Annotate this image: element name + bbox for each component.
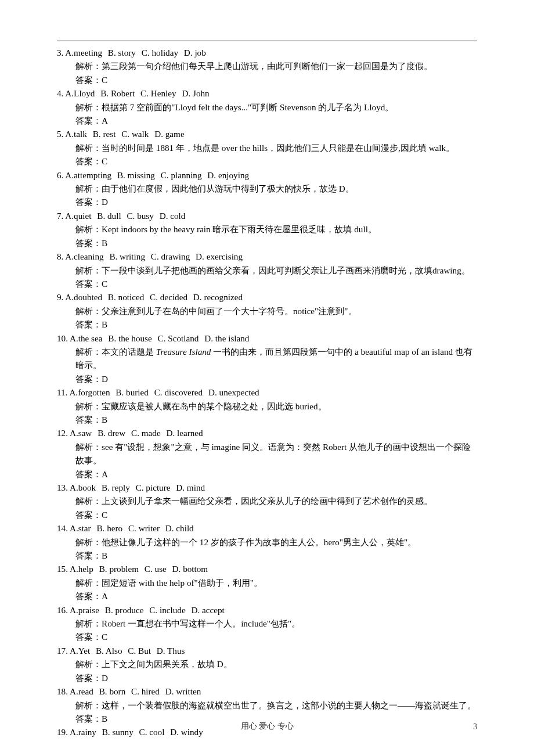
option: A.book xyxy=(70,483,96,492)
page-footer: 用心 爱心 专心 xyxy=(0,721,534,732)
option: A.saw xyxy=(70,428,92,438)
option: D. game xyxy=(154,129,184,139)
option: B. Also xyxy=(96,646,122,656)
explanation-text: 解析：由于他们在度假，因此他们从游玩中得到了极大的快乐，故选 D。 xyxy=(57,182,477,195)
question-number: 6. xyxy=(57,170,63,180)
question-options-line: 9. A.doubted B. noticed C. decided D. re… xyxy=(57,290,477,304)
option: C. Henley xyxy=(140,88,176,98)
option: C. discovered xyxy=(154,387,203,397)
question-number: 10. xyxy=(57,333,68,343)
option: C. drawing xyxy=(151,251,190,261)
option: C. busy xyxy=(127,211,153,221)
explanation-text: 解析：上文谈到儿子拿来一幅画给父亲看，因此父亲从儿子的绘画中得到了艺术创作的灵感… xyxy=(57,494,477,507)
question-options-line: 15. A.help B. problem C. use D. bottom xyxy=(57,562,477,575)
explanation-text: 解析：根据第 7 空前面的"Lloyd felt the days..."可判断… xyxy=(57,100,477,114)
question-item: 4. A.Lloyd B. Robert C. Henley D. John解析… xyxy=(57,87,477,127)
question-item: 13. A.book B. reply C. picture D. mind解析… xyxy=(57,481,477,521)
question-item: 15. A.help B. problem C. use D. bottom解析… xyxy=(57,562,477,603)
question-options-line: 14. A.star B. hero C. writer D. child xyxy=(57,521,477,535)
question-number: 11. xyxy=(57,387,67,397)
option: D. unexpected xyxy=(208,387,259,397)
option: D. recognized xyxy=(193,292,243,302)
question-options-line: 13. A.book B. reply C. picture D. mind xyxy=(57,481,477,494)
explanation-text: 解析：Robert 一直想在书中写这样一个人。include"包括"。 xyxy=(57,617,477,630)
option: A.star xyxy=(70,523,91,533)
option: A.quiet xyxy=(65,211,91,221)
option: A.attempting xyxy=(65,170,111,180)
option: C. made xyxy=(131,428,161,438)
option: B. missing xyxy=(117,170,155,180)
question-options-line: 8. A.cleaning B. writing C. drawing D. e… xyxy=(57,250,477,263)
answer-text: 答案：A xyxy=(57,467,477,481)
option: B. buried xyxy=(116,387,149,397)
option: D. written xyxy=(165,686,201,696)
option: B. writing xyxy=(109,251,145,261)
option: D. enjoying xyxy=(207,170,249,180)
explanation-text: 解析：see 有"设想，想象"之意，与 imagine 同义。语意为：突然 Ro… xyxy=(57,440,477,467)
option: A.read xyxy=(70,686,93,696)
option: C. But xyxy=(128,646,151,656)
explanation-text: 解析：这样，一个装着假肢的海盗就横空出世了。换言之，这部小说的主要人物之一——海… xyxy=(57,699,477,712)
option: B. drew xyxy=(98,428,125,438)
question-options-line: 12. A.saw B. drew C. made D. learned xyxy=(57,426,477,440)
question-number: 18. xyxy=(57,686,68,696)
answer-text: 答案：A xyxy=(57,114,477,127)
answer-text: 答案：B xyxy=(57,236,477,250)
question-number: 7. xyxy=(57,211,63,221)
option: A.Yet xyxy=(70,646,90,656)
page-number: 3 xyxy=(473,722,477,732)
option: B. hero xyxy=(96,523,122,533)
question-number: 14. xyxy=(57,523,68,533)
option: C. picture xyxy=(136,483,171,492)
question-item: 5. A.talk B. rest C. walk D. game解析：当时的时… xyxy=(57,127,477,168)
option: D. learned xyxy=(166,428,203,438)
question-number: 4. xyxy=(57,88,63,98)
explanation-text: 解析：宝藏应该是被人藏在岛中的某个隐秘之处，因此选 buried。 xyxy=(57,399,477,413)
question-item: 11. A.forgotten B. buried C. discovered … xyxy=(57,386,477,426)
option: D. the island xyxy=(204,333,249,343)
question-number: 15. xyxy=(57,564,68,574)
option: B. born xyxy=(99,686,126,696)
option: B. dull xyxy=(97,211,121,221)
answer-text: 答案：D xyxy=(57,671,477,685)
option: D. job xyxy=(184,48,206,57)
explanation-pre: 解析：本文的话题是 xyxy=(75,347,156,357)
question-item: 10. A.the sea B. the house C. Scotland D… xyxy=(57,332,477,386)
explanation-text: 解析：他想让像儿子这样的一个 12 岁的孩子作为故事的主人公。hero"男主人公… xyxy=(57,535,477,549)
option: A.help xyxy=(70,564,93,574)
explanation-text: 解析：上下文之间为因果关系，故填 D。 xyxy=(57,657,477,671)
option: D. cold xyxy=(160,211,186,221)
answer-text: 答案：A xyxy=(57,589,477,603)
option: B. rest xyxy=(93,129,116,139)
option: D. accept xyxy=(191,605,224,615)
question-number: 9. xyxy=(57,292,63,302)
question-options-line: 4. A.Lloyd B. Robert C. Henley D. John xyxy=(57,87,477,100)
option: B. noticed xyxy=(108,292,144,302)
option: C. writer xyxy=(128,523,160,533)
answer-text: 答案：C xyxy=(57,73,477,87)
question-item: 6. A.attempting B. missing C. planning D… xyxy=(57,168,477,209)
option: A.Lloyd xyxy=(65,88,95,98)
option: C. decided xyxy=(150,292,187,302)
question-options-line: 6. A.attempting B. missing C. planning D… xyxy=(57,168,477,182)
answer-text: 答案：B xyxy=(57,413,477,426)
question-number: 8. xyxy=(57,251,63,261)
explanation-text: 解析：Kept indoors by the heavy rain 暗示在下雨天… xyxy=(57,222,477,236)
option: C. use xyxy=(145,564,167,574)
answer-text: 答案：C xyxy=(57,508,477,521)
option: C. include xyxy=(149,605,185,615)
horizontal-rule xyxy=(57,41,477,41)
page-content: 3. A.meeting B. story C. holiday D. job解… xyxy=(0,0,534,739)
option: C. planning xyxy=(161,170,202,180)
option: B. Robert xyxy=(100,88,135,98)
question-options-line: 5. A.talk B. rest C. walk D. game xyxy=(57,127,477,141)
option: A.doubted xyxy=(65,292,102,302)
option: D. mind xyxy=(176,483,205,492)
question-number: 5. xyxy=(57,129,63,139)
option: B. problem xyxy=(99,564,139,574)
question-item: 14. A.star B. hero C. writer D. child解析：… xyxy=(57,521,477,562)
answer-text: 答案：C xyxy=(57,277,477,290)
option: B. produce xyxy=(105,605,144,615)
option: B. story xyxy=(108,48,136,57)
option: A.meeting xyxy=(65,48,102,57)
